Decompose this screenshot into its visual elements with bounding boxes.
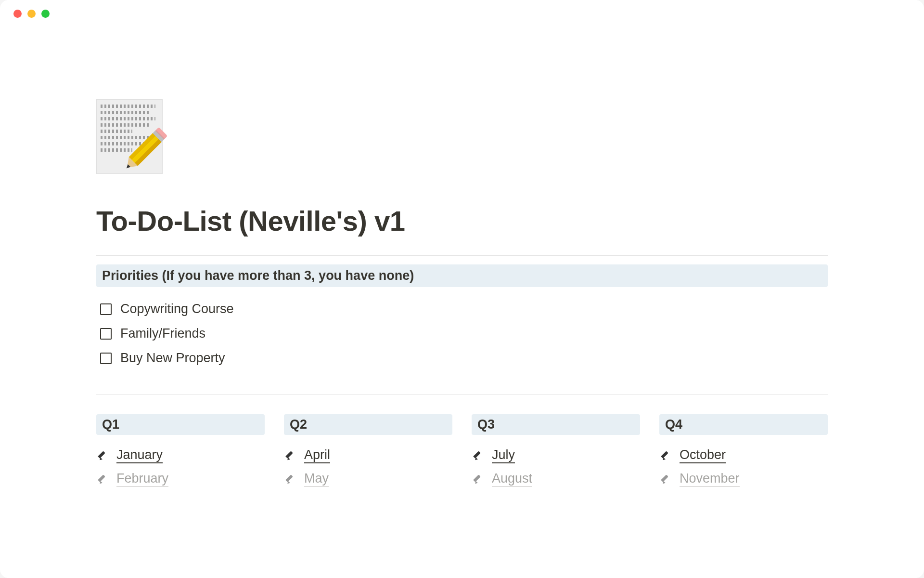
pen-icon (661, 473, 673, 485)
quarter-heading[interactable]: Q1 (96, 414, 265, 435)
pen-icon (286, 450, 297, 461)
pen-icon (98, 473, 110, 485)
pen-icon (474, 450, 485, 461)
month-label: February (116, 471, 168, 487)
memo-pencil-icon[interactable] (96, 99, 163, 174)
minimize-window-button[interactable] (27, 10, 36, 18)
month-label: July (492, 447, 515, 463)
pen-icon (286, 473, 297, 485)
divider (96, 255, 828, 256)
checkbox[interactable] (100, 303, 112, 315)
pen-icon (474, 473, 485, 485)
priorities-list: Copywriting Course Family/Friends Buy Ne… (96, 297, 828, 370)
month-label: May (304, 471, 329, 487)
window-titlebar (0, 0, 924, 27)
month-label: November (680, 471, 740, 487)
decorative-line (101, 105, 155, 108)
month-link-may[interactable]: May (284, 467, 452, 491)
decorative-line (101, 117, 155, 120)
priorities-heading[interactable]: Priorities (If you have more than 3, you… (96, 264, 828, 287)
todo-label: Buy New Property (120, 351, 225, 366)
pen-icon (661, 450, 673, 461)
todo-item[interactable]: Family/Friends (100, 321, 828, 346)
page-title[interactable]: To-Do-List (Neville's) v1 (96, 205, 828, 237)
page-content: To-Do-List (Neville's) v1 Priorities (If… (0, 27, 924, 491)
quarter-column-q1: Q1 January February (96, 414, 265, 491)
quarter-heading[interactable]: Q3 (472, 414, 640, 435)
month-link-july[interactable]: July (472, 444, 640, 467)
month-link-august[interactable]: August (472, 467, 640, 491)
todo-label: Family/Friends (120, 326, 205, 341)
month-link-april[interactable]: April (284, 444, 452, 467)
quarter-column-q2: Q2 April May (284, 414, 452, 491)
month-label: August (492, 471, 532, 487)
pen-icon (98, 450, 110, 461)
month-label: January (116, 447, 163, 463)
quarter-heading[interactable]: Q2 (284, 414, 452, 435)
quarter-heading[interactable]: Q4 (659, 414, 828, 435)
quarter-column-q4: Q4 October November (659, 414, 828, 491)
todo-item[interactable]: Buy New Property (100, 346, 828, 370)
month-link-january[interactable]: January (96, 444, 265, 467)
month-link-october[interactable]: October (659, 444, 828, 467)
quarters-row: Q1 January February Q2 April M (96, 414, 828, 491)
close-window-button[interactable] (13, 10, 22, 18)
quarter-column-q3: Q3 July August (472, 414, 640, 491)
app-window: To-Do-List (Neville's) v1 Priorities (If… (0, 0, 924, 578)
decorative-line (101, 111, 150, 114)
month-label: October (680, 447, 726, 463)
pencil-icon (105, 116, 180, 191)
month-label: April (304, 447, 330, 463)
month-link-february[interactable]: February (96, 467, 265, 491)
checkbox[interactable] (100, 328, 112, 340)
maximize-window-button[interactable] (41, 10, 50, 18)
checkbox[interactable] (100, 353, 112, 364)
todo-item[interactable]: Copywriting Course (100, 297, 828, 321)
month-link-november[interactable]: November (659, 467, 828, 491)
todo-label: Copywriting Course (120, 302, 234, 316)
divider (96, 394, 828, 395)
